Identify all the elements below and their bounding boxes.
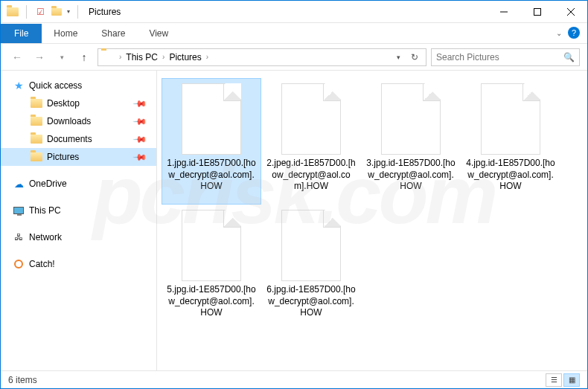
file-item[interactable]: 1.jpg.id-1E857D00.[how_decrypt@aol.com].…: [162, 78, 261, 205]
address-bar: ← → ▾ ↑ › This PC › Pictures › ▾ ↻ 🔍: [1, 44, 587, 71]
search-box[interactable]: 🔍: [431, 48, 580, 66]
tab-home[interactable]: Home: [42, 24, 89, 43]
sidebar-item-documents[interactable]: Documents 📌: [1, 130, 156, 148]
sidebar-item-label: Pictures: [47, 152, 79, 162]
qat-properties-icon[interactable]: ☑: [34, 6, 46, 18]
item-count: 6 items: [8, 375, 37, 385]
folder-icon: [31, 151, 42, 163]
forward-button[interactable]: →: [31, 48, 48, 66]
navigation-pane: ★ Quick access Desktop 📌 Downloads 📌 Doc…: [1, 71, 157, 370]
file-item[interactable]: 4.jpg.id-1E857D00.[how_decrypt@aol.com].…: [461, 78, 560, 205]
sidebar-item-downloads[interactable]: Downloads 📌: [1, 112, 156, 130]
sidebar-quick-access[interactable]: ★ Quick access: [1, 77, 156, 94]
sidebar-onedrive[interactable]: ☁ OneDrive: [1, 175, 156, 193]
search-input[interactable]: [436, 52, 563, 62]
file-name: 3.jpg.id-1E857D00.[how_decrypt@aol.com].…: [366, 158, 456, 193]
sidebar-label: OneDrive: [29, 179, 67, 189]
tab-share[interactable]: Share: [89, 24, 137, 43]
sidebar-item-pictures[interactable]: Pictures 📌: [1, 148, 156, 166]
up-button[interactable]: ↑: [75, 48, 93, 66]
details-view-button[interactable]: ☰: [546, 373, 562, 387]
svg-rect-1: [534, 8, 540, 15]
crumb-pictures[interactable]: Pictures: [166, 52, 204, 62]
help-icon[interactable]: ?: [568, 27, 580, 39]
expand-ribbon-icon[interactable]: ⌄: [556, 29, 562, 37]
qat-newfolder-icon[interactable]: [51, 6, 63, 18]
pin-icon: 📌: [132, 132, 148, 147]
monitor-icon: [13, 205, 25, 216]
minimize-button[interactable]: [487, 1, 520, 23]
app-icon: [7, 6, 19, 18]
chevron-right-icon[interactable]: ›: [161, 53, 166, 61]
thumbnails-view-button[interactable]: ▦: [563, 373, 580, 387]
folder-icon: [31, 115, 42, 127]
sidebar-catch[interactable]: Catch!: [1, 255, 156, 273]
status-bar: 6 items ☰ ▦: [1, 370, 587, 388]
ribbon: File Home Share View ⌄ ?: [1, 23, 587, 44]
file-list[interactable]: 1.jpg.id-1E857D00.[how_decrypt@aol.com].…: [157, 71, 587, 370]
file-tab[interactable]: File: [1, 24, 42, 43]
file-name: 1.jpg.id-1E857D00.[how_decrypt@aol.com].…: [167, 158, 256, 193]
star-icon: ★: [13, 80, 25, 91]
tab-view[interactable]: View: [137, 24, 180, 43]
file-name: 6.jpg.id-1E857D00.[how_decrypt@aol.com].…: [266, 284, 356, 319]
location-icon: [101, 51, 115, 64]
file-thumbnail-icon: [281, 210, 341, 281]
explorer-window: ☑ ▾ Pictures File Home Share View ⌄ ? ← …: [0, 0, 588, 389]
pin-icon: 📌: [132, 96, 148, 112]
maximize-button[interactable]: [520, 1, 554, 23]
sidebar-item-label: Documents: [47, 134, 92, 144]
file-name: 4.jpg.id-1E857D00.[how_decrypt@aol.com].…: [466, 158, 555, 193]
network-icon: 🖧: [13, 231, 25, 243]
back-button[interactable]: ←: [8, 48, 26, 66]
crumb-thispc[interactable]: This PC: [123, 52, 161, 62]
catch-icon: [13, 258, 25, 270]
sidebar-label: Quick access: [29, 80, 82, 91]
qat-customize-icon[interactable]: ▾: [67, 8, 70, 15]
titlebar: ☑ ▾ Pictures: [1, 1, 587, 23]
folder-icon: [31, 133, 42, 145]
sidebar-network[interactable]: 🖧 Network: [1, 228, 156, 246]
file-item[interactable]: 6.jpg.id-1E857D00.[how_decrypt@aol.com].…: [261, 205, 361, 331]
refresh-icon[interactable]: ↻: [406, 49, 423, 65]
search-icon[interactable]: 🔍: [563, 52, 575, 62]
chevron-right-icon[interactable]: ›: [118, 53, 123, 61]
sidebar-label: Catch!: [29, 259, 55, 269]
sidebar-item-label: Desktop: [47, 98, 80, 109]
file-thumbnail-icon: [281, 83, 341, 155]
file-item[interactable]: 3.jpg.id-1E857D00.[how_decrypt@aol.com].…: [361, 78, 461, 205]
pin-icon: 📌: [132, 150, 148, 165]
folder-icon: [31, 97, 42, 109]
recent-dropdown-icon[interactable]: ▾: [53, 48, 71, 66]
pin-icon: 📌: [132, 114, 148, 129]
file-name: 5.jpg.id-1E857D00.[how_decrypt@aol.com].…: [167, 284, 256, 319]
file-item[interactable]: 2.jpeg.id-1E857D00.[how_decrypt@aol.com]…: [261, 78, 361, 205]
file-name: 2.jpeg.id-1E857D00.[how_decrypt@aol.com]…: [266, 158, 356, 193]
sidebar-thispc[interactable]: This PC: [1, 202, 156, 219]
chevron-right-icon[interactable]: ›: [205, 53, 210, 61]
sidebar-label: Network: [29, 232, 62, 242]
cloud-icon: ☁: [13, 178, 25, 190]
sidebar-label: This PC: [29, 205, 61, 216]
file-thumbnail-icon: [481, 83, 540, 155]
sidebar-item-label: Downloads: [47, 116, 91, 126]
address-dropdown-icon[interactable]: ▾: [390, 49, 406, 65]
file-thumbnail-icon: [381, 83, 441, 155]
file-item[interactable]: 5.jpg.id-1E857D00.[how_decrypt@aol.com].…: [162, 205, 261, 331]
file-thumbnail-icon: [182, 83, 241, 155]
window-title: Pictures: [89, 7, 121, 17]
breadcrumb[interactable]: › This PC › Pictures › ▾ ↻: [98, 48, 426, 66]
sidebar-item-desktop[interactable]: Desktop 📌: [1, 94, 156, 112]
close-button[interactable]: [554, 1, 587, 23]
file-thumbnail-icon: [182, 210, 241, 281]
